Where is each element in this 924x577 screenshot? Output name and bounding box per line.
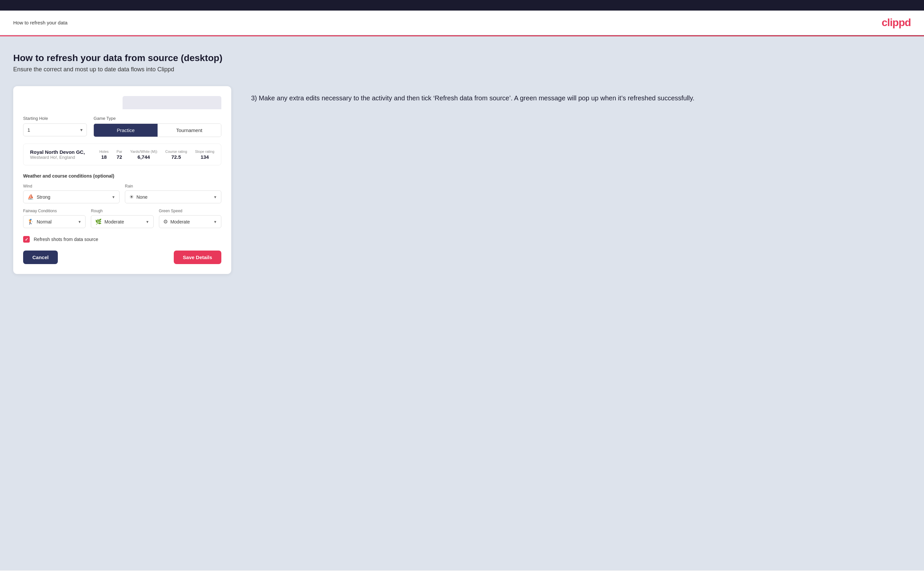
wind-group: Wind ⛵ Strong ▼ [23, 184, 120, 203]
course-info: Royal North Devon GC, Westward Ho!, Engl… [30, 149, 93, 160]
par-label: Par [116, 150, 122, 153]
yards-value: 6,744 [130, 154, 157, 160]
wind-label: Wind [23, 184, 120, 189]
rough-group: Rough 🌿 Moderate ▼ [91, 209, 153, 228]
rain-icon: ☀ [129, 194, 134, 200]
par-value: 72 [116, 154, 122, 160]
slope-rating-stat: Slope rating 134 [195, 150, 215, 160]
yards-stat: Yards/White (M)) 6,744 [130, 150, 157, 160]
fairway-label: Fairway Conditions [23, 209, 86, 213]
course-location: Westward Ho!, England [30, 155, 93, 160]
cancel-button[interactable]: Cancel [23, 251, 58, 264]
top-bar [0, 0, 924, 11]
rough-arrow-icon: ▼ [146, 220, 149, 224]
form-actions: Cancel Save Details [23, 251, 221, 264]
rain-value: None [136, 194, 213, 200]
practice-button[interactable]: Practice [94, 124, 157, 137]
game-type-group: Game Type Practice Tournament [94, 116, 221, 137]
instruction-text: 3) Make any extra edits necessary to the… [251, 93, 911, 103]
fairway-icon: 🏌 [27, 219, 34, 225]
rain-select[interactable]: ☀ None ▼ [125, 190, 221, 203]
fairway-select[interactable]: 🏌 Normal ▼ [23, 215, 86, 228]
green-speed-label: Green Speed [159, 209, 221, 213]
starting-hole-input[interactable]: 1 [23, 124, 87, 136]
refresh-checkbox-row: Refresh shots from data source [23, 236, 221, 243]
tab-2[interactable] [123, 96, 221, 109]
conditions-title: Weather and course conditions (optional) [23, 173, 221, 179]
main-content: How to refresh your data from source (de… [0, 36, 924, 571]
course-rating-label: Course rating [165, 150, 187, 153]
rain-group: Rain ☀ None ▼ [125, 184, 221, 203]
holes-value: 18 [99, 154, 109, 160]
fairway-arrow-icon: ▼ [78, 220, 81, 224]
course-rating-value: 72.5 [165, 154, 187, 160]
wind-value: Strong [37, 194, 111, 200]
holes-label: Holes [99, 150, 109, 153]
green-speed-value: Moderate [170, 219, 213, 224]
course-name: Royal North Devon GC, [30, 149, 93, 155]
wind-icon: ⛵ [27, 194, 34, 200]
content-area: Starting Hole 1 ▼ Game Type Practice Tou… [13, 86, 911, 274]
fairway-value: Normal [37, 219, 78, 224]
tournament-button[interactable]: Tournament [158, 124, 221, 137]
rough-icon: 🌿 [95, 219, 102, 225]
tab-1[interactable] [23, 96, 122, 109]
green-speed-icon: ⚙ [163, 219, 168, 225]
logo: clippd [882, 16, 911, 29]
starting-hole-group: Starting Hole 1 ▼ [23, 116, 87, 137]
refresh-label: Refresh shots from data source [34, 237, 98, 242]
tab-row [23, 96, 221, 109]
game-type-buttons: Practice Tournament [94, 124, 221, 137]
green-speed-select[interactable]: ⚙ Moderate ▼ [159, 215, 221, 228]
conditions-row-2: Fairway Conditions 🏌 Normal ▼ Rough 🌿 Mo… [23, 209, 221, 228]
header: How to refresh your data clippd [0, 11, 924, 35]
starting-hole-select[interactable]: 1 ▼ [23, 124, 87, 136]
page-heading: How to refresh your data from source (de… [13, 53, 911, 63]
starting-hole-label: Starting Hole [23, 116, 87, 121]
fairway-group: Fairway Conditions 🏌 Normal ▼ [23, 209, 86, 228]
right-panel: 3) Make any extra edits necessary to the… [251, 86, 911, 103]
save-button[interactable]: Save Details [174, 251, 221, 264]
rough-select[interactable]: 🌿 Moderate ▼ [91, 215, 153, 228]
wind-select[interactable]: ⛵ Strong ▼ [23, 190, 120, 203]
refresh-checkbox[interactable] [23, 236, 30, 243]
green-speed-group: Green Speed ⚙ Moderate ▼ [159, 209, 221, 228]
green-speed-arrow-icon: ▼ [213, 220, 217, 224]
header-title: How to refresh your data [13, 20, 68, 26]
par-stat: Par 72 [116, 150, 122, 160]
course-stats: Holes 18 Par 72 Yards/White (M)) 6,744 C… [99, 150, 215, 160]
rough-value: Moderate [104, 219, 145, 224]
rain-arrow-icon: ▼ [213, 195, 217, 199]
course-rating-stat: Course rating 72.5 [165, 150, 187, 160]
yards-label: Yards/White (M)) [130, 150, 157, 153]
slope-rating-value: 134 [195, 154, 215, 160]
rough-label: Rough [91, 209, 153, 213]
top-form-row: Starting Hole 1 ▼ Game Type Practice Tou… [23, 116, 221, 137]
wind-arrow-icon: ▼ [111, 195, 115, 199]
game-type-label: Game Type [94, 116, 221, 121]
slope-rating-label: Slope rating [195, 150, 215, 153]
rain-label: Rain [125, 184, 221, 189]
holes-stat: Holes 18 [99, 150, 109, 160]
course-card: Royal North Devon GC, Westward Ho!, Engl… [23, 143, 221, 165]
footer: Copyright Clippd 2022 [0, 571, 924, 577]
wind-rain-row: Wind ⛵ Strong ▼ Rain ☀ None ▼ [23, 184, 221, 203]
form-panel: Starting Hole 1 ▼ Game Type Practice Tou… [13, 86, 231, 274]
page-subheading: Ensure the correct and most up to date d… [13, 66, 911, 73]
